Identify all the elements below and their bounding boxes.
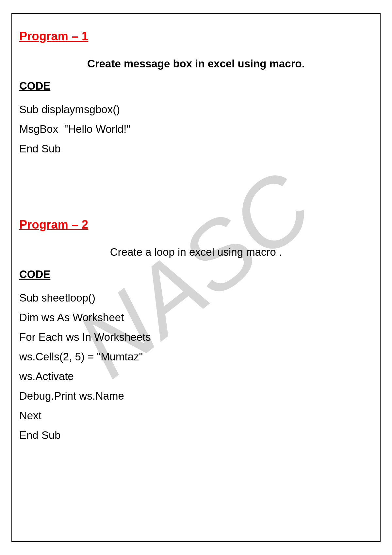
code-line: For Each ws In Worksheets [19,331,373,343]
program-2-heading: Program – 2 [19,218,373,232]
program-2-subtitle: Create a loop in excel using macro . [19,246,373,258]
code-line: Next [19,409,373,422]
code-line: End Sub [19,143,373,155]
section-gap [19,162,373,218]
program-2-code-label: CODE [19,268,373,281]
document-page: NASC Program – 1 Create message box in e… [0,0,392,555]
program-1-subtitle: Create message box in excel using macro. [19,58,373,70]
program-2-code-block: Sub sheetloop() Dim ws As Worksheet For … [19,292,373,442]
page-content: Program – 1 Create message box in excel … [19,29,373,442]
code-line: Dim ws As Worksheet [19,311,373,324]
program-1-code-label: CODE [19,80,373,92]
code-line: ws.Cells(2, 5) = "Mumtaz" [19,351,373,363]
code-line: MsgBox "Hello World!" [19,123,373,135]
code-line: Debug.Print ws.Name [19,390,373,402]
code-line: End Sub [19,429,373,442]
code-line: ws.Activate [19,370,373,383]
code-line: Sub displaymsgbox() [19,103,373,116]
code-line: Sub sheetloop() [19,292,373,304]
page-border: NASC Program – 1 Create message box in e… [11,13,381,542]
program-1-code-block: Sub displaymsgbox() MsgBox "Hello World!… [19,103,373,155]
program-1-heading: Program – 1 [19,29,373,43]
